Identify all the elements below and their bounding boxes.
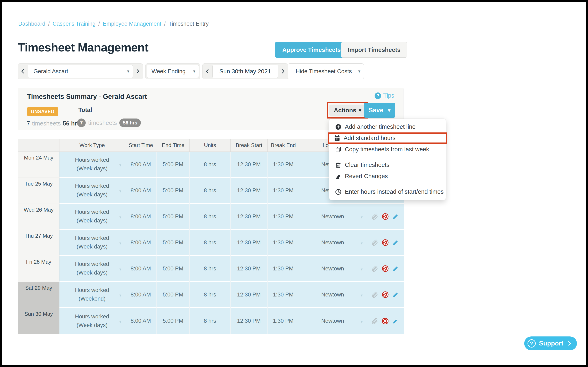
location-cell[interactable]: Newtown▾: [299, 256, 366, 282]
delete-icon[interactable]: [381, 213, 389, 220]
units-cell[interactable]: 8 hrs: [190, 308, 231, 334]
break-end-cell[interactable]: 1:30 PM: [268, 256, 299, 282]
menu-item-enter-hours-instead-of-start-end-times[interactable]: Enter hours instead of start/end times: [329, 186, 446, 197]
work-type-cell[interactable]: Hours worked (Week days)▾: [59, 230, 125, 256]
end-time-cell[interactable]: 5:00 PM: [157, 256, 190, 282]
break-end-cell[interactable]: 1:30 PM: [268, 230, 299, 256]
import-timesheets-button[interactable]: Import Timesheets: [341, 42, 407, 58]
work-type-cell[interactable]: Hours worked (Week days)▾: [59, 308, 125, 334]
break-start-cell[interactable]: 12:30 PM: [231, 178, 268, 204]
delete-icon[interactable]: [381, 239, 389, 246]
break-start-cell[interactable]: 12:30 PM: [231, 282, 268, 308]
menu-group: Add another timesheet lineAdd standard h…: [329, 121, 446, 155]
location-cell[interactable]: Newtown▾: [299, 230, 366, 256]
break-start-cell[interactable]: 12:30 PM: [231, 230, 268, 256]
timesheet-management-page: Dashboard / Casper's Training / Employee…: [0, 0, 588, 367]
edit-icon[interactable]: [392, 213, 399, 220]
next-employee-button[interactable]: [133, 64, 143, 79]
menu-item-revert-changes[interactable]: Revert Changes: [329, 171, 446, 182]
previous-week-button[interactable]: [203, 64, 212, 79]
break-end-cell[interactable]: 1:30 PM: [268, 308, 299, 334]
units-cell[interactable]: 8 hrs: [190, 282, 231, 308]
breadcrumb-separator: /: [48, 21, 50, 27]
end-time-cell[interactable]: 5:00 PM: [157, 308, 190, 334]
break-end-cell[interactable]: 1:30 PM: [268, 178, 299, 204]
tips-label: Tips: [383, 92, 394, 99]
work-type-cell[interactable]: Hours worked (Week days)▾: [59, 256, 125, 282]
menu-item-add-standard-hours[interactable]: Add standard hours: [328, 133, 447, 144]
start-time-cell[interactable]: 8:00 AM: [125, 282, 157, 308]
location-cell[interactable]: Newtown▾: [299, 308, 366, 334]
week-ending-date-field[interactable]: Sun 30th May 2021: [212, 65, 278, 78]
attachment-icon[interactable]: [371, 265, 379, 272]
edit-icon[interactable]: [392, 317, 399, 325]
hide-timesheet-costs-select[interactable]: Hide Timesheet Costs: [288, 63, 364, 79]
units-cell[interactable]: 8 hrs: [190, 152, 231, 178]
delete-icon[interactable]: [381, 265, 389, 272]
edit-icon[interactable]: [392, 239, 399, 246]
attachment-icon[interactable]: [371, 291, 379, 298]
menu-item-clear-timesheets[interactable]: Clear timesheets: [329, 159, 446, 171]
approve-timesheets-button[interactable]: Approve Timesheets: [275, 42, 348, 58]
units-cell[interactable]: 8 hrs: [190, 178, 231, 204]
units-cell[interactable]: 8 hrs: [190, 204, 231, 230]
column-header-units: Units: [190, 139, 231, 152]
edit-icon[interactable]: [392, 291, 399, 298]
break-end-cell[interactable]: 1:30 PM: [268, 204, 299, 230]
support-label: Support: [539, 340, 563, 347]
row-actions-cell: [366, 282, 404, 308]
break-start-cell[interactable]: 12:30 PM: [231, 204, 268, 230]
tips-link[interactable]: Tips: [375, 92, 394, 99]
breadcrumb-caspers-training[interactable]: Casper's Training: [53, 21, 96, 27]
units-cell[interactable]: 8 hrs: [190, 230, 231, 256]
actions-button[interactable]: Actions: [329, 105, 366, 116]
employee-select[interactable]: Gerald Ascart: [28, 65, 133, 78]
column-header-start-time: Start Time: [125, 139, 157, 152]
break-start-cell[interactable]: 12:30 PM: [231, 308, 268, 334]
work-type-cell[interactable]: Hours worked (Weekend)▾: [59, 282, 125, 308]
location-cell[interactable]: Newtown▾: [299, 282, 366, 308]
delete-icon[interactable]: [381, 317, 389, 325]
start-time-cell[interactable]: 8:00 AM: [125, 204, 157, 230]
delete-icon[interactable]: [381, 291, 389, 298]
work-type-cell[interactable]: Hours worked (Week days)▾: [59, 178, 125, 204]
menu-item-add-another-timesheet-line[interactable]: Add another timesheet line: [329, 121, 446, 133]
breadcrumb-dashboard[interactable]: Dashboard: [18, 21, 45, 27]
plus-circle-icon: [335, 124, 342, 130]
start-time-cell[interactable]: 8:00 AM: [125, 178, 157, 204]
start-time-cell[interactable]: 8:00 AM: [125, 152, 157, 178]
start-time-cell[interactable]: 8:00 AM: [125, 230, 157, 256]
edit-icon[interactable]: [392, 265, 399, 272]
chevron-down-icon: ▾: [361, 293, 363, 298]
filter-row: Gerald Ascart Week Ending Sun 30th May 2…: [2, 63, 586, 80]
next-week-button[interactable]: [278, 64, 288, 79]
start-time-cell[interactable]: 8:00 AM: [125, 308, 157, 334]
work-type-cell[interactable]: Hours worked (Week days)▾: [59, 152, 125, 178]
menu-item-copy-timesheets-from-last-week[interactable]: Copy timesheets from last week: [329, 144, 446, 155]
eraser-icon: [335, 173, 342, 180]
units-cell[interactable]: 8 hrs: [190, 256, 231, 282]
end-time-cell[interactable]: 5:00 PM: [157, 152, 190, 178]
breadcrumb-employee-management[interactable]: Employee Management: [103, 21, 161, 27]
week-ending-group: Week Ending: [145, 63, 200, 79]
support-button[interactable]: Support: [524, 336, 577, 350]
end-time-cell[interactable]: 5:00 PM: [157, 230, 190, 256]
attachment-icon[interactable]: [371, 317, 379, 325]
end-time-cell[interactable]: 5:00 PM: [157, 282, 190, 308]
previous-employee-button[interactable]: [18, 64, 28, 79]
location-cell[interactable]: Newtown▾: [299, 204, 366, 230]
end-time-cell[interactable]: 5:00 PM: [157, 178, 190, 204]
attachment-icon[interactable]: [371, 239, 379, 246]
start-time-cell[interactable]: 8:00 AM: [125, 256, 157, 282]
end-time-cell[interactable]: 5:00 PM: [157, 204, 190, 230]
break-start-cell[interactable]: 12:30 PM: [231, 256, 268, 282]
save-button[interactable]: Save: [364, 103, 395, 118]
week-ending-date-value: Sun 30th May 2021: [219, 68, 271, 75]
break-end-cell[interactable]: 1:30 PM: [268, 282, 299, 308]
attachment-icon[interactable]: [371, 213, 379, 220]
timesheet-row-thu-27-may: Thu 27 MayHours worked (Week days)▾8:00 …: [18, 230, 404, 256]
break-end-cell[interactable]: 1:30 PM: [268, 152, 299, 178]
work-type-cell[interactable]: Hours worked (Week days)▾: [59, 204, 125, 230]
week-ending-select[interactable]: Week Ending: [147, 65, 199, 78]
break-start-cell[interactable]: 12:30 PM: [231, 152, 268, 178]
